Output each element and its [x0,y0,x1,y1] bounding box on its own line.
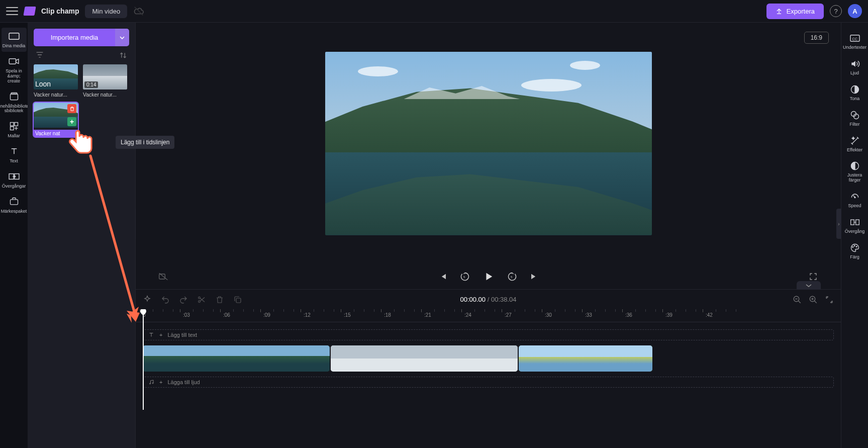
delete-media-button[interactable] [67,104,76,113]
svg-point-30 [854,245,855,246]
ruler-tick: :03 [183,312,190,318]
timeline-clip[interactable] [143,345,330,372]
filter-icon[interactable] [36,51,44,58]
media-overlay-text: Loon [35,80,51,88]
wand-icon [849,135,860,146]
sidebar-item-record[interactable]: Spela in &amp; create [2,53,27,87]
prop-effects[interactable]: Effekter [843,132,867,156]
svg-rect-6 [10,127,14,130]
timeline-clip[interactable] [519,345,652,372]
aspect-ratio-selector[interactable]: 16:9 [804,32,829,44]
prop-transition[interactable]: Övergång [843,214,867,237]
svg-rect-10 [159,274,165,279]
prop-label: Färg [850,255,859,260]
timeline-clip[interactable] [331,345,518,372]
collapse-properties-button[interactable]: › [836,209,841,239]
expand-timeline-button[interactable] [797,281,821,290]
zoom-in-icon[interactable] [809,295,818,304]
ruler-tick: :15 [344,312,351,318]
chevron-down-icon [120,35,125,40]
sidebar-item-brandkit[interactable]: Märkespaket [2,193,27,217]
prop-audio[interactable]: Ljud [843,55,867,79]
speaker-icon [849,58,860,69]
media-filter-row [34,51,129,59]
svg-point-18 [150,383,151,384]
top-bar: Clip champ Min video Exportera ? A [0,0,868,23]
prop-label: Speed [848,204,861,209]
skip-next-button[interactable] [529,271,540,282]
media-duration: 0:14 [84,81,98,88]
svg-text:5: 5 [511,275,513,279]
ruler-tick: :42 [706,312,713,318]
timeline-toolbar: 00:00.00 / 00:38.04 [136,289,841,309]
right-properties-rail: › CC Undertexter Ljud Tona Filter Effekt… [841,23,868,448]
split-icon[interactable] [197,295,206,304]
preview-canvas[interactable] [325,52,652,235]
zoom-out-icon[interactable] [793,295,802,304]
prop-captions[interactable]: CC Undertexter [843,30,867,53]
svg-point-31 [856,246,857,247]
ruler-tick: :21 [424,312,431,318]
redo-icon[interactable] [179,295,188,304]
project-name-pill[interactable]: Min video [85,5,127,18]
media-title: Vacker nat [34,130,78,137]
audio-track-placeholder[interactable]: + Lägga till ljud [143,377,834,388]
media-item-selected[interactable]: + Vacker nat [34,103,78,137]
svg-rect-4 [10,123,14,126]
media-title: Vacker natur... [83,92,127,98]
media-item[interactable]: 0:14 Vacker natur... [83,64,127,98]
sidebar-item-text[interactable]: Text [2,143,27,167]
sort-icon[interactable] [119,51,127,59]
svg-rect-5 [14,123,18,126]
ruler-tick: :18 [384,312,391,318]
import-dropdown-button[interactable] [115,29,129,46]
sidebar-item-media[interactable]: Dina media [2,28,27,52]
timeline[interactable]: 0:03:06:09:12:15:18:21:24:27:30:33:36:39… [136,309,841,448]
sidebar-item-library[interactable]: Innehållsbibliotek sbibliotek [2,88,27,117]
svg-rect-0 [9,33,19,40]
media-item[interactable]: Loon Vacker natur... [34,64,78,98]
rewind-button[interactable]: 5 [459,271,470,282]
add-to-timeline-button[interactable]: + [67,117,76,126]
import-media-button[interactable]: Importera media [34,29,115,46]
sidebar-item-label: Dina media [3,44,26,49]
prop-speed[interactable]: Speed [843,188,867,212]
svg-point-29 [852,247,853,248]
help-icon[interactable]: ? [830,5,842,17]
playhead[interactable] [143,309,144,410]
playback-controls: 5 5 [136,264,841,289]
prop-label: Undertexter [843,45,866,50]
sidebar-item-label: Spela in &amp; create [3,69,26,84]
copy-icon[interactable] [233,295,242,304]
brand-label: Clip champ [41,7,79,15]
ruler-tick: :39 [665,312,672,318]
timeline-ruler[interactable]: 0:03:06:09:12:15:18:21:24:27:30:33:36:39… [136,309,841,322]
avatar[interactable]: A [848,4,862,18]
prop-filter[interactable]: Filter [843,107,867,130]
total-time: 00:38.04 [491,296,517,303]
prop-adjust-color[interactable]: Justera färger [843,157,867,186]
prop-fade[interactable]: Tona [843,81,867,105]
menu-icon[interactable] [6,5,18,17]
undo-icon[interactable] [161,295,170,304]
magic-icon[interactable] [143,295,152,304]
cloud-sync-icon [133,6,144,17]
skip-prev-button[interactable] [437,271,448,282]
prop-color[interactable]: Färg [843,239,867,263]
timeline-timecode: 00:00.00 / 00:38.04 [460,296,516,303]
trash-icon[interactable] [215,295,224,304]
camera-off-icon[interactable] [158,271,169,282]
prop-label: Filter [850,122,860,127]
export-button[interactable]: Exportera [766,4,824,19]
fullscreen-button[interactable] [808,271,819,282]
text-track-placeholder[interactable]: + Lägg till text [143,329,834,340]
music-icon [148,379,154,385]
sidebar-item-templates[interactable]: Mallar [2,118,27,142]
forward-button[interactable]: 5 [507,271,518,282]
svg-rect-2 [10,94,18,100]
play-button[interactable] [481,270,496,284]
video-track[interactable] [143,345,834,372]
sidebar-item-transitions[interactable]: Övergångar [2,168,27,192]
fit-icon[interactable] [825,295,834,304]
svg-rect-1 [9,59,16,64]
